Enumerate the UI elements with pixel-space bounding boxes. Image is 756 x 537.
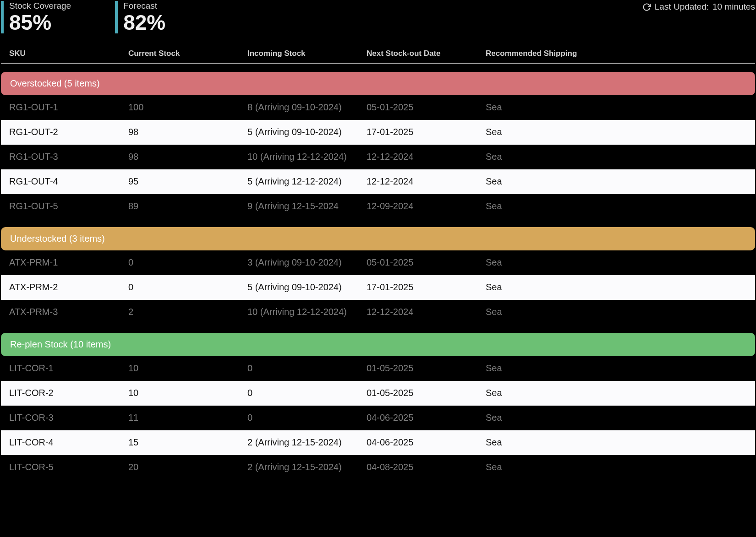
cell-ship: Sea (486, 437, 747, 448)
col-stockout[interactable]: Next Stock-out Date (367, 49, 486, 58)
cell-current: 11 (128, 412, 247, 423)
cell-current: 100 (128, 102, 247, 113)
cell-sku: ATX-PRM-3 (9, 307, 128, 317)
dashboard-header: Stock Coverage 85% Forecast 82% Last Upd… (1, 0, 755, 44)
col-sku[interactable]: SKU (9, 49, 128, 58)
cell-ship: Sea (486, 307, 747, 317)
cell-current: 95 (128, 176, 247, 187)
cell-stockout: 12-12-2024 (367, 152, 486, 162)
cell-ship: Sea (486, 102, 747, 113)
cell-sku: RG1-OUT-5 (9, 201, 128, 212)
table-row[interactable]: ATX-PRM-205 (Arriving 09-10-2024)17-01-2… (1, 275, 755, 300)
cell-ship: Sea (486, 201, 747, 212)
cell-ship: Sea (486, 462, 747, 472)
cell-ship: Sea (486, 127, 747, 137)
cell-current: 20 (128, 462, 247, 472)
table-row[interactable]: LIT-COR-4152 (Arriving 12-15-2024)04-06-… (1, 430, 755, 455)
cell-ship: Sea (486, 412, 747, 423)
cell-incoming: 9 (Arriving 12-15-2024 (247, 201, 367, 212)
kpi-value: 85% (9, 11, 71, 33)
table-row[interactable]: LIT-COR-5202 (Arriving 12-15-2024)04-08-… (1, 455, 755, 480)
cell-incoming: 5 (Arriving 09-10-2024) (247, 282, 367, 293)
cell-current: 0 (128, 257, 247, 268)
kpi-label: Forecast (123, 1, 165, 11)
table-row[interactable]: RG1-OUT-4955 (Arriving 12-12-2024)12-12-… (1, 169, 755, 194)
stock-table: SKU Current Stock Incoming Stock Next St… (1, 44, 755, 480)
cell-incoming: 10 (Arriving 12-12-2024) (247, 152, 367, 162)
cell-ship: Sea (486, 282, 747, 293)
cell-sku: LIT-COR-3 (9, 412, 128, 423)
col-incoming[interactable]: Incoming Stock (247, 49, 367, 58)
cell-ship: Sea (486, 257, 747, 268)
cell-current: 89 (128, 201, 247, 212)
last-updated-prefix: Last Updated: (655, 2, 709, 12)
refresh-icon (642, 3, 651, 11)
cell-incoming: 5 (Arriving 12-12-2024) (247, 176, 367, 187)
cell-current: 2 (128, 307, 247, 317)
group-header-replen[interactable]: Re-plen Stock (10 items) (1, 333, 755, 356)
kpi-accent-bar (1, 1, 4, 33)
cell-sku: LIT-COR-1 (9, 363, 128, 374)
cell-incoming: 10 (Arriving 12-12-2024) (247, 307, 367, 317)
table-row[interactable]: LIT-COR-110001-05-2025Sea (1, 356, 755, 381)
cell-sku: RG1-OUT-3 (9, 152, 128, 162)
kpi-accent-bar (115, 1, 118, 33)
cell-incoming: 8 (Arriving 09-10-2024) (247, 102, 367, 113)
col-shipping[interactable]: Recommended Shipping (486, 49, 747, 58)
cell-current: 10 (128, 388, 247, 398)
cell-sku: ATX-PRM-1 (9, 257, 128, 268)
cell-stockout: 12-12-2024 (367, 176, 486, 187)
cell-incoming: 0 (247, 388, 367, 398)
table-row[interactable]: RG1-OUT-39810 (Arriving 12-12-2024)12-12… (1, 145, 755, 169)
cell-sku: LIT-COR-2 (9, 388, 128, 398)
cell-incoming: 3 (Arriving 09-10-2024) (247, 257, 367, 268)
cell-stockout: 17-01-2025 (367, 127, 486, 137)
cell-stockout: 17-01-2025 (367, 282, 486, 293)
cell-ship: Sea (486, 152, 747, 162)
group-header-over[interactable]: Overstocked (5 items) (1, 72, 755, 95)
table-row[interactable]: RG1-OUT-5899 (Arriving 12-15-202412-09-2… (1, 194, 755, 219)
cell-stockout: 12-12-2024 (367, 307, 486, 317)
cell-current: 98 (128, 152, 247, 162)
table-row[interactable]: ATX-PRM-3210 (Arriving 12-12-2024)12-12-… (1, 300, 755, 325)
cell-current: 0 (128, 282, 247, 293)
cell-incoming: 0 (247, 412, 367, 423)
cell-ship: Sea (486, 388, 747, 398)
cell-sku: RG1-OUT-4 (9, 176, 128, 187)
last-updated[interactable]: Last Updated: 10 minutes (642, 2, 755, 12)
cell-stockout: 05-01-2025 (367, 257, 486, 268)
cell-incoming: 2 (Arriving 12-15-2024) (247, 462, 367, 472)
cell-ship: Sea (486, 363, 747, 374)
table-row[interactable]: LIT-COR-311004-06-2025Sea (1, 406, 755, 430)
cell-stockout: 04-06-2025 (367, 412, 486, 423)
cell-sku: LIT-COR-4 (9, 437, 128, 448)
cell-stockout: 05-01-2025 (367, 102, 486, 113)
cell-current: 10 (128, 363, 247, 374)
cell-stockout: 01-05-2025 (367, 363, 486, 374)
cell-sku: ATX-PRM-2 (9, 282, 128, 293)
cell-current: 98 (128, 127, 247, 137)
cell-incoming: 0 (247, 363, 367, 374)
cell-stockout: 12-09-2024 (367, 201, 486, 212)
kpi-forecast: Forecast 82% (115, 1, 165, 33)
group-header-under[interactable]: Understocked (3 items) (1, 227, 755, 250)
table-row[interactable]: RG1-OUT-2985 (Arriving 09-10-2024)17-01-… (1, 120, 755, 145)
cell-sku: LIT-COR-5 (9, 462, 128, 472)
table-row[interactable]: RG1-OUT-11008 (Arriving 09-10-2024)05-01… (1, 95, 755, 120)
cell-stockout: 01-05-2025 (367, 388, 486, 398)
table-row[interactable]: LIT-COR-210001-05-2025Sea (1, 381, 755, 406)
kpi-label: Stock Coverage (9, 1, 71, 11)
kpi-value: 82% (123, 11, 165, 33)
col-current[interactable]: Current Stock (128, 49, 247, 58)
table-row[interactable]: ATX-PRM-103 (Arriving 09-10-2024)05-01-2… (1, 250, 755, 275)
cell-incoming: 5 (Arriving 09-10-2024) (247, 127, 367, 137)
cell-incoming: 2 (Arriving 12-15-2024) (247, 437, 367, 448)
cell-stockout: 04-08-2025 (367, 462, 486, 472)
cell-stockout: 04-06-2025 (367, 437, 486, 448)
cell-sku: RG1-OUT-2 (9, 127, 128, 137)
cell-current: 15 (128, 437, 247, 448)
table-header-row: SKU Current Stock Incoming Stock Next St… (1, 44, 755, 64)
last-updated-value: 10 minutes (712, 2, 755, 12)
cell-sku: RG1-OUT-1 (9, 102, 128, 113)
kpi-stock-coverage: Stock Coverage 85% (1, 1, 71, 33)
